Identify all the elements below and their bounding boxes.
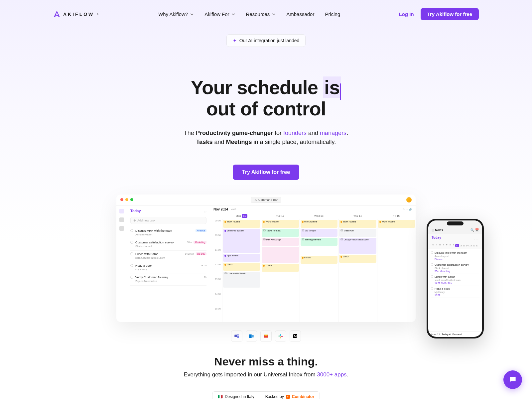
never-miss-text: Everything gets imported in our Universa… [0, 371, 532, 378]
header-actions: Log In Try Akiflow for free [399, 8, 479, 20]
window-chrome: Command Bar [116, 195, 416, 205]
min-dot [125, 198, 128, 201]
phone-today-label: Today [432, 236, 441, 242]
inbox-icon [119, 209, 124, 213]
add-task-input: ⊕Add new task [130, 217, 206, 224]
phone-footer: Inbox 11Today 4Personal [428, 332, 482, 337]
nav-for[interactable]: Akiflow For [204, 11, 235, 17]
mockup-sidebar [116, 205, 127, 322]
today-label: Today [130, 209, 141, 213]
logo[interactable]: AKIFLOW® [53, 11, 100, 18]
main-nav: Why Akiflow? Akiflow For Resources Ambas… [158, 11, 340, 17]
calendar-icon [119, 226, 124, 231]
nav-pricing[interactable]: Pricing [325, 11, 340, 17]
close-dot [120, 198, 123, 201]
svg-rect-5 [278, 335, 280, 336]
avatar [406, 197, 412, 202]
phone-tasks: Discuss MRR with the teamAnnual reportFi… [428, 249, 482, 332]
phone-today-section: Today⋯ MTWTFSS11121314151617 [428, 234, 482, 249]
cal-header: Nov 2024 W48 ⟳ ‹ › 🔗 [210, 205, 416, 213]
hero-section: Your schedule is out of control The Prod… [0, 77, 532, 180]
ai-badge-section: ✦ Our AI integration just landed [0, 34, 532, 47]
chevron-down-icon [272, 12, 276, 16]
task-item: Discuss MRR with the teamFinanceAnnual R… [130, 227, 206, 239]
task-list-panel: Today ‹ › ⊕Add new task Discuss MRR with… [127, 205, 210, 322]
yc-badge: Backed by YCombinator [260, 391, 320, 399]
task-item: Lunch with Sarah14:00 1hBiz Devsarah.cru… [130, 251, 206, 262]
chevron-down-icon [231, 12, 235, 16]
ai-badge-text: Our AI integration just landed [239, 38, 300, 43]
gmail-icon [260, 331, 272, 342]
mockup-body: Today ‹ › ⊕Add new task Discuss MRR with… [116, 205, 416, 322]
nav-resources[interactable]: Resources [246, 11, 276, 17]
logo-icon [53, 11, 61, 18]
never-miss-title: Never miss a thing. [0, 355, 532, 368]
today-icon [119, 217, 124, 222]
calendar-panel: Nov 2024 W48 ⟳ ‹ › 🔗 Mon 11Tue 12Wed 13T… [210, 205, 416, 322]
svg-rect-3 [249, 334, 252, 338]
ai-badge[interactable]: ✦ Our AI integration just landed [226, 34, 306, 47]
nav-why[interactable]: Why Akiflow? [158, 11, 194, 17]
cal-days: Mon 11Tue 12Wed 13Thu 14Fri 15 [210, 213, 416, 219]
svg-point-1 [237, 334, 239, 336]
task-item: Read a book18:00My library [130, 262, 206, 274]
hero-title: Your schedule is out of control [0, 77, 532, 119]
task-item: Customer satisfaction survey30mMarketing… [130, 239, 206, 251]
task-item: Verify Customer Journey1hZapier Automati… [130, 274, 206, 286]
max-dot [130, 198, 133, 201]
svg-rect-6 [280, 336, 281, 338]
header-cta-button[interactable]: Try Akiflow for free [421, 8, 479, 20]
teams-icon [231, 331, 242, 342]
header: AKIFLOW® Why Akiflow? Akiflow For Resour… [0, 0, 532, 28]
svg-rect-2 [237, 336, 239, 338]
hero-cta: Try Akiflow for free [0, 165, 532, 180]
cal-grid: 09:0010:0011:0012:0013:0014:0015:00 Work… [210, 219, 416, 322]
svg-rect-0 [234, 334, 237, 337]
login-link[interactable]: Log In [399, 11, 414, 17]
phone-notch [428, 220, 482, 226]
brand-text: AKIFLOW [63, 12, 94, 17]
chevron-down-icon [190, 12, 194, 16]
mockup-section: Command Bar Today ‹ › ⊕Add new task Disc… [0, 195, 532, 322]
never-miss-section: Never miss a thing. Everything gets impo… [0, 355, 532, 378]
notion-icon [290, 331, 301, 342]
slack-icon [275, 331, 286, 342]
app-mockup: Command Bar Today ‹ › ⊕Add new task Disc… [116, 195, 416, 322]
footer-badges: 🇮🇹 Designed in Italy Backed by YCombinat… [0, 391, 532, 399]
svg-rect-4 [280, 334, 281, 336]
phone-header: ☰ Nov ▾🔍 📅 [428, 226, 482, 234]
hero-cta-button[interactable]: Try Akiflow for free [233, 165, 299, 180]
sparkle-icon: ✦ [233, 38, 237, 43]
italy-badge: 🇮🇹 Designed in Italy [212, 391, 260, 399]
nav-ambassador[interactable]: Ambassador [286, 11, 314, 17]
hero-subtitle: The Productivity game-changer for founde… [0, 129, 532, 147]
command-bar: Command Bar [251, 197, 281, 203]
chat-bubble[interactable] [503, 370, 522, 389]
chat-icon [508, 375, 517, 384]
svg-rect-7 [281, 336, 283, 336]
outlook-icon [246, 331, 257, 342]
phone-mockup: ☰ Nov ▾🔍 📅 Today⋯ MTWTFSS11121314151617 … [427, 219, 484, 338]
phone-screen: ☰ Nov ▾🔍 📅 Today⋯ MTWTFSS11121314151617 … [428, 220, 482, 337]
